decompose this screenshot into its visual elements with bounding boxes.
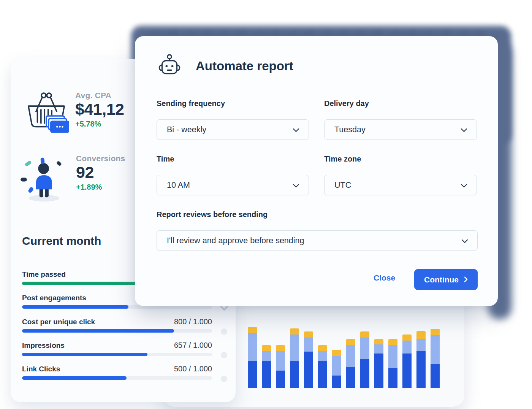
bar-segment-accent — [388, 339, 397, 345]
bar-segment-accent — [318, 345, 327, 351]
stacked-bar — [431, 329, 440, 388]
bar-segment-accent — [304, 331, 313, 338]
sending-frequency-select[interactable]: Bi - weekly — [157, 119, 309, 140]
bar-segment-primary — [388, 368, 397, 388]
chevron-down-icon — [293, 125, 299, 135]
close-button[interactable]: Close — [374, 273, 395, 282]
bar-segment-primary — [290, 361, 299, 388]
progress-value: 657 / 1.000 — [174, 341, 212, 350]
field-label-time: Time — [157, 155, 174, 163]
row-dot — [221, 376, 227, 382]
field-label-sending-frequency: Sending frequency — [157, 99, 225, 108]
bar-segment-secondary — [304, 338, 313, 352]
stacked-bar — [262, 345, 271, 388]
chevron-down-icon — [461, 125, 467, 135]
progress-fill — [22, 376, 127, 380]
stacked-bar — [388, 339, 397, 388]
continue-label: Continue — [424, 275, 459, 284]
stacked-bar — [374, 339, 383, 388]
progress-row-impressions: Impressions657 / 1.000 — [22, 341, 212, 365]
automate-report-modal: Automate report Sending frequency Delive… — [135, 36, 498, 306]
metric-delta: +1.89% — [76, 183, 125, 192]
stacked-bar — [318, 345, 327, 388]
bar-segment-secondary — [290, 334, 299, 361]
bar-segment-secondary — [332, 356, 341, 376]
progress-value: 800 / 1.000 — [174, 317, 212, 326]
progress-label: Impressions — [22, 341, 65, 350]
bar-segment-primary — [360, 359, 369, 388]
stacked-bar — [290, 328, 299, 388]
bar-segment-secondary — [431, 335, 440, 364]
stacked-bar — [346, 339, 355, 388]
metric-value: 92 — [76, 163, 125, 182]
robot-icon — [157, 54, 182, 79]
bar-segment-primary — [304, 352, 313, 388]
progress-track — [22, 329, 212, 333]
bar-segment-secondary — [416, 339, 426, 351]
select-value: I'll review and approve before sending — [167, 236, 304, 246]
time-zone-select[interactable]: UTC — [324, 175, 477, 195]
metric-avg-cpa: Avg. CPA $41,12 +5.78% — [24, 91, 124, 137]
bar-segment-secondary — [318, 351, 327, 361]
bar-segment-secondary — [360, 338, 369, 359]
bar-segment-primary — [248, 361, 257, 388]
progress-fill — [22, 353, 147, 356]
bar-segment-primary — [431, 364, 440, 388]
chevron-down-icon — [293, 181, 299, 190]
bar-segment-accent — [276, 345, 285, 351]
select-value: Bi - weekly — [167, 125, 206, 135]
chevron-down-icon — [461, 236, 468, 246]
bar-segment-accent — [290, 328, 299, 334]
metric-label: Conversions — [76, 154, 125, 163]
stacked-bar — [416, 331, 426, 388]
bar-segment-primary — [262, 361, 271, 388]
bar-segment-accent — [431, 329, 440, 335]
bar-segment-primary — [332, 376, 341, 388]
chevron-down-icon — [461, 181, 467, 190]
progress-value: 500 / 1.000 — [174, 365, 212, 373]
progress-track — [22, 376, 212, 380]
bar-segment-accent — [416, 331, 426, 339]
progress-fill — [22, 329, 174, 333]
metric-delta: +5.78% — [75, 120, 124, 128]
report-reviews-select[interactable]: I'll review and approve before sending — [157, 230, 478, 251]
field-label-delivery-day: Delivery day — [324, 99, 369, 108]
metric-label: Avg. CPA — [75, 91, 124, 100]
stacked-bar-chart — [248, 321, 440, 388]
bar-segment-accent — [332, 350, 341, 356]
bar-segment-primary — [374, 354, 383, 388]
delivery-day-select[interactable]: Tuesday — [324, 119, 477, 140]
bar-segment-primary — [318, 361, 327, 388]
bar-segment-secondary — [276, 351, 285, 371]
progress-label: Link Clicks — [22, 365, 60, 373]
time-select[interactable]: 10 AM — [157, 175, 309, 195]
bar-segment-secondary — [262, 351, 271, 361]
continue-button[interactable]: Continue — [414, 269, 478, 290]
select-value: Tuesday — [334, 125, 366, 135]
bar-segment-primary — [416, 351, 426, 388]
row-dot — [221, 328, 227, 335]
bar-segment-secondary — [346, 345, 355, 367]
field-label-report-reviews: Report reviews before sending — [157, 210, 268, 219]
bar-segment-secondary — [388, 345, 397, 368]
bar-segment-accent — [374, 339, 383, 344]
page: Avg. CPA $41,12 +5.78% — [0, 0, 532, 409]
progress-label: Cost per unique click — [22, 318, 95, 326]
bar-segment-secondary — [402, 341, 412, 354]
stacked-bar — [248, 327, 257, 388]
progress-track — [22, 353, 212, 356]
chevron-down-icon — [220, 305, 228, 312]
modal-header: Automate report — [157, 54, 293, 79]
bar-segment-accent — [360, 331, 369, 338]
progress-label: Post engagements — [22, 294, 86, 302]
field-label-time-zone: Time zone — [324, 155, 361, 163]
progress-fill — [22, 305, 128, 309]
modal-title: Automate report — [196, 59, 293, 73]
bar-segment-accent — [248, 327, 257, 333]
metric-value: $41,12 — [75, 100, 124, 119]
select-value: UTC — [334, 181, 351, 190]
bar-segment-secondary — [374, 344, 383, 354]
stacked-bar — [304, 331, 313, 388]
section-title: Current month — [22, 235, 101, 247]
stacked-bar — [360, 331, 369, 388]
